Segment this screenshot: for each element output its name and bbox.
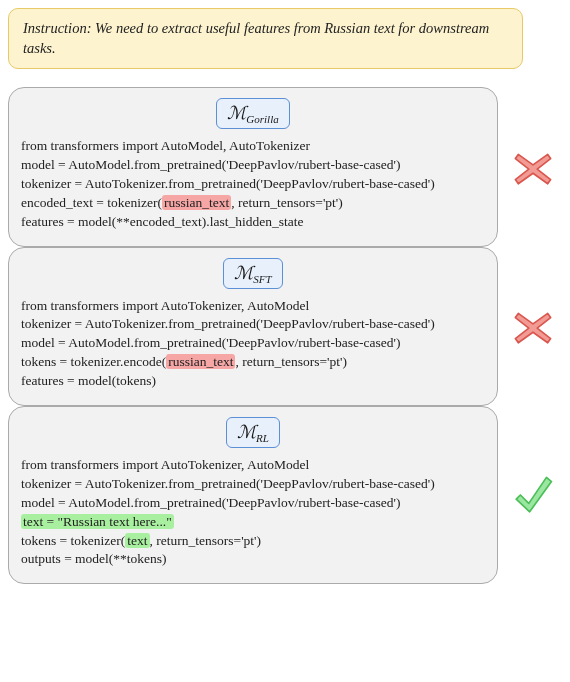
code-token: features = model(tokens) (21, 373, 156, 388)
cards-area: ℳGorillafrom transformers import AutoMod… (8, 87, 562, 584)
model-subscript: SFT (253, 273, 271, 285)
code-line: features = model(tokens) (21, 372, 485, 391)
card-row: ℳRLfrom transformers import AutoTokenize… (8, 406, 562, 584)
code-card: ℳGorillafrom transformers import AutoMod… (8, 87, 498, 246)
code-token: tokenizer = AutoTokenizer.from_pretraine… (21, 176, 435, 191)
code-line: encoded_text = tokenizer(russian_text, r… (21, 194, 485, 213)
code-token: model = AutoModel.from_pretrained('DeepP… (21, 157, 400, 172)
model-badge: ℳSFT (223, 258, 282, 289)
code-token: from transformers import AutoModel, Auto… (21, 138, 310, 153)
code-token: tokens = tokenizer.encode( (21, 354, 166, 369)
result-check-icon (508, 469, 558, 521)
code-line: from transformers import AutoTokenizer, … (21, 297, 485, 316)
code-token: model = AutoModel.from_pretrained('DeepP… (21, 335, 400, 350)
code-token: outputs = model(**tokens) (21, 551, 167, 566)
code-line: tokenizer = AutoTokenizer.from_pretraine… (21, 475, 485, 494)
figure-container: Instruction: We need to extract useful f… (8, 8, 562, 584)
code-line: from transformers import AutoTokenizer, … (21, 456, 485, 475)
model-subscript: RL (256, 432, 269, 444)
code-token: model = AutoModel.from_pretrained('DeepP… (21, 495, 400, 510)
code-line: tokenizer = AutoTokenizer.from_pretraine… (21, 175, 485, 194)
code-token: , return_tensors='pt') (235, 354, 346, 369)
code-line: outputs = model(**tokens) (21, 550, 485, 569)
code-token: tokenizer = AutoTokenizer.from_pretraine… (21, 316, 435, 331)
code-line: features = model(**encoded_text).last_hi… (21, 213, 485, 232)
code-token: from transformers import AutoTokenizer, … (21, 298, 309, 313)
model-subscript: Gorilla (246, 113, 278, 125)
code-body: from transformers import AutoModel, Auto… (21, 137, 485, 231)
highlighted-token: russian_text (162, 195, 231, 210)
instruction-box: Instruction: We need to extract useful f… (8, 8, 523, 69)
code-line: from transformers import AutoModel, Auto… (21, 137, 485, 156)
card-row: ℳGorillafrom transformers import AutoMod… (8, 87, 562, 246)
card-row: ℳSFTfrom transformers import AutoTokeniz… (8, 247, 562, 406)
code-token: , return_tensors='pt') (150, 533, 261, 548)
code-line: text = "Russian text here..." (21, 513, 485, 532)
code-body: from transformers import AutoTokenizer, … (21, 456, 485, 569)
code-token: tokens = tokenizer( (21, 533, 125, 548)
code-card: ℳRLfrom transformers import AutoTokenize… (8, 406, 498, 584)
code-token: features = model(**encoded_text).last_hi… (21, 214, 303, 229)
code-line: model = AutoModel.from_pretrained('DeepP… (21, 334, 485, 353)
code-line: model = AutoModel.from_pretrained('DeepP… (21, 156, 485, 175)
highlighted-token: text = "Russian text here..." (21, 514, 174, 529)
model-symbol: ℳ (237, 422, 256, 442)
code-token: encoded_text = tokenizer( (21, 195, 162, 210)
code-line: model = AutoModel.from_pretrained('DeepP… (21, 494, 485, 513)
model-badge: ℳGorilla (216, 98, 289, 129)
highlighted-token: text (125, 533, 149, 548)
code-line: tokens = tokenizer(text, return_tensors=… (21, 532, 485, 551)
code-token: , return_tensors='pt') (231, 195, 342, 210)
code-body: from transformers import AutoTokenizer, … (21, 297, 485, 391)
code-token: tokenizer = AutoTokenizer.from_pretraine… (21, 476, 435, 491)
model-symbol: ℳ (227, 103, 246, 123)
instruction-text: Instruction: We need to extract useful f… (23, 20, 489, 56)
code-line: tokenizer = AutoTokenizer.from_pretraine… (21, 315, 485, 334)
result-x-icon (508, 146, 558, 188)
highlighted-token: russian_text (166, 354, 235, 369)
code-card: ℳSFTfrom transformers import AutoTokeniz… (8, 247, 498, 406)
model-badge: ℳRL (226, 417, 280, 448)
code-line: tokens = tokenizer.encode(russian_text, … (21, 353, 485, 372)
model-symbol: ℳ (234, 263, 253, 283)
code-token: from transformers import AutoTokenizer, … (21, 457, 309, 472)
result-x-icon (508, 305, 558, 347)
